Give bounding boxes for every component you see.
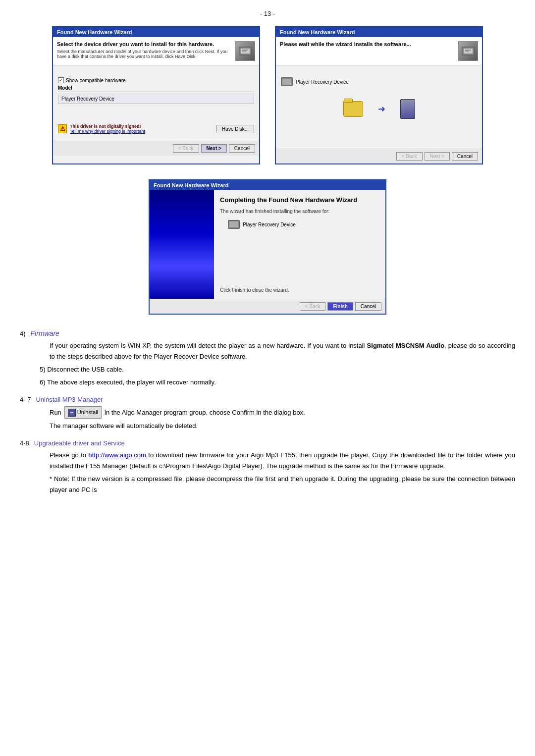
wizard2-body: Player Recovery Device ➜ (276, 69, 482, 149)
wizard1-header-text: Select the device driver you want to ins… (57, 41, 235, 47)
wizard1-header-text-block: Select the device driver you want to ins… (57, 41, 235, 59)
uninstall-icon-svg (69, 410, 75, 416)
section48-note: * Note: If the new version is a compress… (50, 474, 515, 495)
wizard2-icon-svg (461, 44, 475, 58)
wizard-row-top: Found New Hardware Wizard Select the dev… (20, 26, 515, 164)
wizard1-sub-text: Select the manufacturer and model of you… (57, 49, 235, 59)
section4-header: 4) Firmware (20, 329, 515, 337)
wizard1-warning-block: This driver is not digitally signed! Tel… (70, 124, 145, 134)
section48-content: Please go to http://www.aigo.com to down… (20, 450, 515, 495)
wizard1-warning-text: This driver is not digitally signed! (70, 124, 145, 129)
svg-rect-9 (282, 79, 291, 85)
wizard2-device-row: Player Recovery Device (281, 77, 477, 86)
wizard1-header: Select the device driver you want to ins… (53, 37, 259, 65)
wizard2-header: Please wait while the wizard installs th… (276, 37, 482, 65)
wizard3-completing-sub: The wizard has finished installing the s… (220, 209, 379, 214)
wizard3-title-bar: Found New Hardware Wizard (150, 180, 385, 190)
wizard1-next-btn[interactable]: Next > (201, 144, 227, 153)
wizard3-body: Completing the Found New Hardware Wizard… (150, 190, 385, 299)
wizard3-cancel-btn[interactable]: Cancel (355, 302, 381, 311)
wizard3-buttons: < Back Finish Cancel (150, 299, 385, 314)
wizard2-title: Found New Hardware Wizard (280, 29, 355, 35)
wizard-center-row: Found New Hardware Wizard Completing the… (20, 179, 515, 315)
section47-auto-delete: The manager software will automatically … (50, 421, 515, 432)
section48-number: 4-8 (20, 439, 29, 447)
wizard3-device-name: Player Recovery Device (243, 222, 296, 227)
wizard2-cancel-btn[interactable]: Cancel (452, 152, 478, 161)
wizard3-device-icon-svg (228, 220, 239, 228)
anim-device-icon (400, 99, 415, 119)
wizard1-title: Found New Hardware Wizard (57, 29, 132, 35)
wizard3-right-panel: Completing the Found New Hardware Wizard… (214, 190, 385, 299)
wizard1-buttons: < Back Next > Cancel (53, 141, 259, 156)
wizard-dialog-1: Found New Hardware Wizard Select the dev… (52, 26, 260, 164)
wizard2-anim-area: ➜ (281, 89, 477, 129)
wizard1-model-item[interactable]: Player Recovery Device (58, 94, 254, 104)
wizard1-warning: ⚠ This driver is not digitally signed! T… (58, 124, 254, 134)
anim-folder-icon (343, 101, 363, 117)
wizard-dialog-2: Found New Hardware Wizard Please wait wh… (275, 26, 483, 164)
wizard3-finish-btn[interactable]: Finish (327, 302, 353, 311)
section4-item6: 6) The above steps executed, the player … (40, 377, 515, 388)
section48-para1: Please go to http://www.aigo.com to down… (50, 450, 515, 472)
uninstall-btn-label[interactable]: Uninstall (77, 408, 98, 417)
wizard1-model-label: Model (58, 85, 254, 92)
anim-arrow-icon: ➜ (378, 104, 385, 114)
wizard1-icon-svg (238, 44, 252, 58)
wizard3-device-icon (228, 220, 240, 229)
section47-run-row: Run Uninstall in the Aigo Manager progra… (50, 406, 515, 419)
wizard2-device-name: Player Recovery Device (296, 79, 349, 85)
wizard3-completing-title: Completing the Found New Hardware Wizard (220, 196, 379, 204)
wizard2-device-icon (281, 77, 293, 86)
wizard2-next-btn: Next > (425, 152, 450, 161)
section4-para1: If your operating system is WIN XP, the … (50, 340, 515, 362)
wizard1-body: ✓ Show compatible hardware Model Player … (53, 69, 259, 141)
section47-block: 4- 7 Uninstall MP3 Manager Run Uninstall… (20, 396, 515, 432)
section47-run-desc: in the Aigo Manager program group, choos… (105, 407, 305, 418)
device-icon-svg (281, 78, 292, 86)
wizard2-title-bar: Found New Hardware Wizard (276, 27, 482, 37)
wizard3-back-btn[interactable]: < Back (300, 302, 326, 311)
section47-title: Uninstall MP3 Manager (36, 396, 103, 403)
page-number: - 13 - (20, 10, 515, 17)
wizard-dialog-3: Found New Hardware Wizard Completing the… (149, 179, 386, 315)
section47-content: Run Uninstall in the Aigo Manager progra… (20, 406, 515, 432)
wizard3-title: Found New Hardware Wizard (154, 182, 228, 188)
section4-number: 4) (20, 330, 26, 337)
wizard1-title-bar: Found New Hardware Wizard (53, 27, 259, 37)
wizard1-checkbox[interactable]: ✓ (58, 77, 64, 83)
section48-header: 4-8 Upgradeable driver and Service (20, 439, 515, 447)
section48-link[interactable]: http://www.aigo.com (88, 451, 146, 459)
section4-block: 4) Firmware If your operating system is … (20, 329, 515, 388)
wizard3-device-row: Player Recovery Device (228, 220, 379, 229)
section48-block: 4-8 Upgradeable driver and Service Pleas… (20, 439, 515, 495)
section4-para1-start: If your operating system is WIN XP, the … (50, 342, 367, 349)
wizard1-checkbox-row: ✓ Show compatible hardware (58, 77, 254, 83)
section4-item5: 5) Disconnect the USB cable. (40, 364, 515, 375)
warning-icon: ⚠ (58, 124, 67, 133)
section48-title: Upgradeable driver and Service (34, 439, 125, 447)
wizard2-header-text: Please wait while the wizard installs th… (280, 41, 458, 47)
wizard1-warning-link[interactable]: Tell me why driver signing is important (70, 129, 145, 134)
section4-content: If your operating system is WIN XP, the … (20, 340, 515, 388)
wizard2-back-btn[interactable]: < Back (396, 152, 423, 161)
wizard3-click-finish: Click Finish to close the wizard. (220, 277, 379, 293)
wizard1-checkbox-label: Show compatible hardware (66, 78, 126, 83)
section47-run-label: Run (50, 407, 61, 418)
uninstall-button-icon: Uninstall (64, 406, 102, 419)
wizard1-back-btn[interactable]: < Back (173, 144, 199, 153)
svg-rect-11 (229, 221, 238, 227)
section47-header: 4- 7 Uninstall MP3 Manager (20, 396, 515, 403)
wizard2-icon (458, 41, 478, 61)
wizard1-have-disk-btn[interactable]: Have Disk... (216, 125, 254, 133)
wizard3-left-panel (150, 190, 214, 299)
wizard1-cancel-btn[interactable]: Cancel (229, 144, 255, 153)
wizard1-icon (235, 41, 255, 61)
wizard2-buttons: < Back Next > Cancel (276, 149, 482, 163)
section47-number: 4- 7 (20, 396, 31, 403)
section48-para1-start: Please go to (50, 451, 88, 459)
section4-bold: Sigmatel MSCNSM Audio (367, 342, 445, 349)
section4-title: Firmware (31, 329, 59, 337)
uninstall-icon-img (68, 409, 76, 417)
